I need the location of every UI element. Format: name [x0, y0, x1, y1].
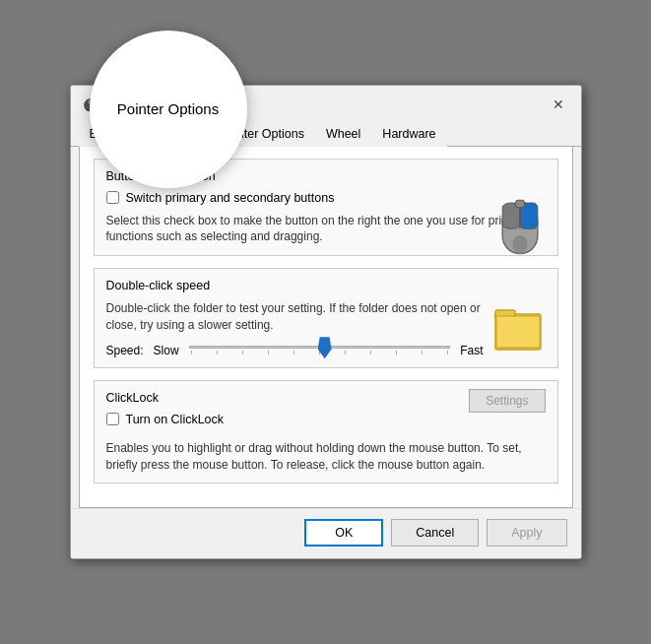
button-config-description: Select this check box to make the button…: [106, 213, 546, 246]
apply-button[interactable]: Apply: [487, 519, 566, 547]
switch-buttons-checkbox[interactable]: [106, 191, 119, 204]
clicklock-label[interactable]: Turn on ClickLock: [126, 413, 225, 426]
double-click-section: Double-click speed Double-click the fold…: [94, 268, 558, 368]
circle-label: Pointer Options: [117, 100, 219, 117]
cancel-button[interactable]: Cancel: [391, 519, 479, 547]
settings-button[interactable]: Settings: [469, 389, 545, 413]
dialog-footer: OK Cancel Apply: [71, 508, 581, 558]
speed-label: Speed:: [106, 344, 144, 357]
clicklock-section: ClickLock Turn on ClickLock Settings Ena…: [94, 380, 558, 484]
switch-buttons-label[interactable]: Switch primary and secondary buttons: [126, 191, 335, 205]
slow-label: Slow: [154, 344, 179, 357]
speed-slider-wrapper: [189, 346, 451, 354]
mouse-image: [493, 189, 548, 263]
mouse-graphic: [493, 189, 548, 266]
svg-point-7: [512, 234, 527, 253]
tab-hardware[interactable]: Hardware: [371, 121, 446, 147]
double-click-description: Double-click the folder to test your set…: [106, 300, 484, 334]
close-button[interactable]: ✕: [548, 94, 569, 115]
double-click-title: Double-click speed: [106, 279, 546, 292]
clicklock-title: ClickLock: [106, 391, 225, 405]
fast-label: Fast: [460, 344, 483, 357]
folder-icon: [493, 300, 543, 354]
clicklock-checkbox[interactable]: [106, 413, 119, 425]
tab-content: Button configuration Switch primary and …: [79, 147, 573, 509]
clicklock-description: Enables you to highlight or drag without…: [106, 440, 546, 474]
folder-icon-container: [491, 300, 546, 354]
tab-wheel[interactable]: Wheel: [315, 121, 371, 147]
magnifier-circle: Pointer Options: [90, 31, 247, 188]
svg-rect-10: [496, 316, 540, 348]
svg-rect-6: [515, 200, 524, 208]
ok-button[interactable]: OK: [304, 519, 383, 547]
slider-track: [189, 346, 451, 349]
slider-thumb[interactable]: [318, 337, 332, 358]
